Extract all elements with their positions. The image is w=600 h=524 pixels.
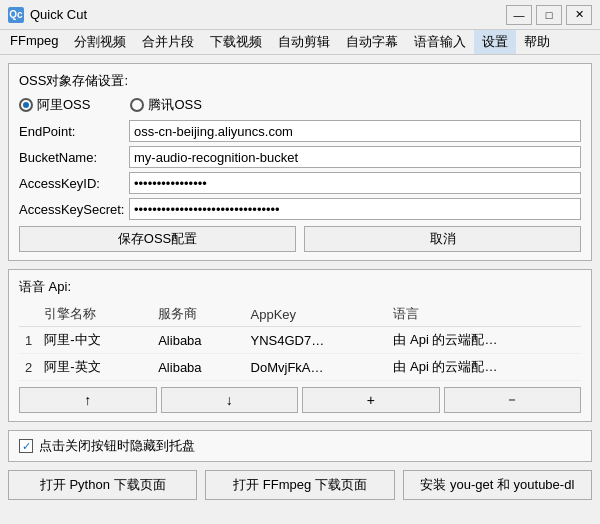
- row1-name: 阿里-中文: [38, 327, 152, 354]
- row2-lang: 由 Api 的云端配…: [387, 354, 581, 381]
- main-content: OSS对象存储设置: 阿里OSS 腾讯OSS EndPoint: BucketN…: [0, 55, 600, 519]
- minimize-button[interactable]: —: [506, 5, 532, 25]
- hide-to-tray-label: 点击关闭按钮时隐藏到托盘: [39, 437, 195, 455]
- tencent-radio-label: 腾讯OSS: [148, 96, 201, 114]
- menu-item-语音输入[interactable]: 语音输入: [406, 30, 474, 54]
- menu-item-自动剪辑[interactable]: 自动剪辑: [270, 30, 338, 54]
- remove-api-button[interactable]: －: [444, 387, 582, 413]
- menu-item-分割视频[interactable]: 分割视频: [66, 30, 134, 54]
- add-api-button[interactable]: +: [302, 387, 440, 413]
- accesskeysecret-row: AccessKeySecret:: [19, 198, 581, 220]
- menu-item-下载视频[interactable]: 下载视频: [202, 30, 270, 54]
- close-button[interactable]: ✕: [566, 5, 592, 25]
- oss-radio-group: 阿里OSS 腾讯OSS: [19, 96, 581, 114]
- row1-provider: Alibaba: [152, 327, 244, 354]
- cancel-oss-button[interactable]: 取消: [304, 226, 581, 252]
- tencent-radio-circle: [130, 98, 144, 112]
- row1-num: 1: [19, 327, 38, 354]
- endpoint-row: EndPoint:: [19, 120, 581, 142]
- move-up-button[interactable]: ↑: [19, 387, 157, 413]
- menu-item-自动字幕[interactable]: 自动字幕: [338, 30, 406, 54]
- menubar: FFmpeg分割视频合并片段下载视频自动剪辑自动字幕语音输入设置帮助: [0, 30, 600, 55]
- api-button-row: ↑ ↓ + －: [19, 387, 581, 413]
- api-table: 引擎名称 服务商 AppKey 语言 1 阿里-中文 Alibaba YNS4G…: [19, 302, 581, 381]
- oss-option-tencent[interactable]: 腾讯OSS: [130, 96, 201, 114]
- oss-button-row: 保存OSS配置 取消: [19, 226, 581, 252]
- menu-item-合并片段[interactable]: 合并片段: [134, 30, 202, 54]
- row2-num: 2: [19, 354, 38, 381]
- bucketname-input[interactable]: [129, 146, 581, 168]
- api-table-header: 引擎名称 服务商 AppKey 语言: [19, 302, 581, 327]
- api-panel: 语音 Api: 引擎名称 服务商 AppKey 语言 1 阿里-中文 Aliba…: [8, 269, 592, 422]
- bucketname-row: BucketName:: [19, 146, 581, 168]
- install-youget-button[interactable]: 安装 you-get 和 youtube-dl: [403, 470, 592, 500]
- oss-panel-title: OSS对象存储设置:: [19, 72, 581, 90]
- open-python-button[interactable]: 打开 Python 下载页面: [8, 470, 197, 500]
- row1-appkey: YNS4GD7…: [245, 327, 388, 354]
- menu-item-帮助[interactable]: 帮助: [516, 30, 558, 54]
- save-oss-button[interactable]: 保存OSS配置: [19, 226, 296, 252]
- maximize-button[interactable]: □: [536, 5, 562, 25]
- aliyun-radio-circle: [19, 98, 33, 112]
- window-controls: — □ ✕: [506, 5, 592, 25]
- aliyun-radio-label: 阿里OSS: [37, 96, 90, 114]
- accesskeysecret-label: AccessKeySecret:: [19, 202, 129, 217]
- move-down-button[interactable]: ↓: [161, 387, 299, 413]
- api-row-2[interactable]: 2 阿里-英文 Alibaba DoMvjFkA… 由 Api 的云端配…: [19, 354, 581, 381]
- row2-appkey: DoMvjFkA…: [245, 354, 388, 381]
- col-name: 引擎名称: [38, 302, 152, 327]
- endpoint-label: EndPoint:: [19, 124, 129, 139]
- row1-lang: 由 Api 的云端配…: [387, 327, 581, 354]
- accesskeyid-input[interactable]: [129, 172, 581, 194]
- accesskeyid-row: AccessKeyID:: [19, 172, 581, 194]
- titlebar: Qc Quick Cut — □ ✕: [0, 0, 600, 30]
- col-provider: 服务商: [152, 302, 244, 327]
- row2-provider: Alibaba: [152, 354, 244, 381]
- bottom-button-row: 打开 Python 下载页面 打开 FFmpeg 下载页面 安装 you-get…: [8, 470, 592, 500]
- checkbox-row[interactable]: 点击关闭按钮时隐藏到托盘: [8, 430, 592, 462]
- accesskeysecret-input[interactable]: [129, 198, 581, 220]
- col-num: [19, 302, 38, 327]
- app-title: Quick Cut: [30, 7, 506, 22]
- col-appkey: AppKey: [245, 302, 388, 327]
- api-panel-title: 语音 Api:: [19, 278, 581, 296]
- open-ffmpeg-button[interactable]: 打开 FFmpeg 下载页面: [205, 470, 394, 500]
- endpoint-input[interactable]: [129, 120, 581, 142]
- api-row-1[interactable]: 1 阿里-中文 Alibaba YNS4GD7… 由 Api 的云端配…: [19, 327, 581, 354]
- app-icon: Qc: [8, 7, 24, 23]
- col-lang: 语言: [387, 302, 581, 327]
- bucketname-label: BucketName:: [19, 150, 129, 165]
- accesskeyid-label: AccessKeyID:: [19, 176, 129, 191]
- oss-option-aliyun[interactable]: 阿里OSS: [19, 96, 90, 114]
- hide-to-tray-checkbox[interactable]: [19, 439, 33, 453]
- menu-item-设置[interactable]: 设置: [474, 30, 516, 54]
- row2-name: 阿里-英文: [38, 354, 152, 381]
- oss-settings-panel: OSS对象存储设置: 阿里OSS 腾讯OSS EndPoint: BucketN…: [8, 63, 592, 261]
- menu-item-FFmpeg[interactable]: FFmpeg: [2, 30, 66, 54]
